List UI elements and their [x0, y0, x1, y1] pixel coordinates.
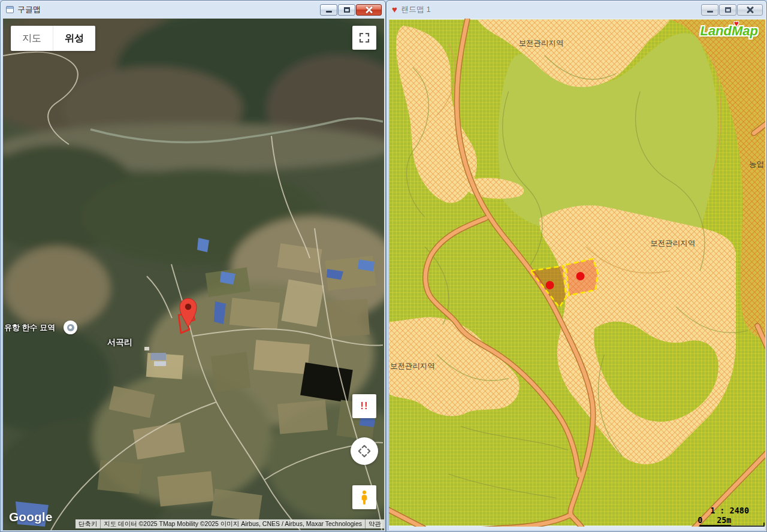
- map-type-control: 지도 위성: [11, 26, 95, 51]
- app-icon: [6, 6, 14, 13]
- googlemap-window: 구글맵: [0, 0, 386, 532]
- window-title: 구글맵: [17, 4, 41, 15]
- poi-icon[interactable]: [64, 321, 77, 334]
- zone-label-bottom-left: 보전관리지역: [390, 362, 435, 370]
- alert-icon: !!: [360, 400, 368, 412]
- fullscreen-button[interactable]: [352, 26, 376, 50]
- maximize-button[interactable]: [719, 4, 736, 16]
- close-button[interactable]: [356, 4, 382, 16]
- minimize-icon: [326, 11, 332, 13]
- pan-control-button[interactable]: [351, 437, 378, 465]
- landmap-app-icon: ♥: [392, 6, 397, 13]
- zone-label-top: 보전관리지역: [519, 39, 564, 47]
- village-label: 서곡리: [107, 337, 132, 348]
- memorial-label[interactable]: 유항 한수 묘역: [4, 322, 55, 333]
- googlemap-titlebar[interactable]: 구글맵: [1, 1, 385, 19]
- minimize-button[interactable]: [320, 4, 337, 16]
- scale-ratio: 1 : 2480: [710, 506, 749, 515]
- pegman-button[interactable]: [352, 485, 376, 509]
- scale-start: 0: [697, 515, 702, 525]
- maximize-button[interactable]: [338, 4, 355, 16]
- zone-label-right-edge: 농업: [749, 160, 764, 168]
- zone-label-middle: 보전관리지역: [650, 239, 695, 247]
- map-data-text: 지도 데이터 ©2025 TMap Mobility ©2025 이미지 Air…: [100, 519, 365, 528]
- pan-arrows-icon: [357, 443, 372, 459]
- scale-distance: 25m: [717, 515, 731, 525]
- close-icon: [366, 6, 373, 13]
- pegman-icon: [358, 489, 371, 505]
- maximize-icon: [344, 7, 350, 13]
- satellite-imagery: [3, 19, 384, 530]
- landmap-logo: LandMap ♥: [700, 23, 758, 39]
- client-margin: [389, 527, 765, 530]
- zoning-map-canvas: 보전관리지역 보전관리지역 보전관리지역 농업 1 : 2480 0 25m: [389, 19, 765, 527]
- landmap-titlebar[interactable]: ♥ 랜드맵 1: [386, 1, 766, 19]
- fullscreen-icon: [359, 32, 370, 43]
- close-icon: [747, 6, 754, 13]
- minimize-button[interactable]: [701, 4, 718, 16]
- google-logo[interactable]: Google: [9, 510, 52, 524]
- alert-button[interactable]: !!: [352, 394, 376, 418]
- heart-icon: ♥: [734, 19, 739, 28]
- terms-link[interactable]: 약관: [365, 519, 384, 528]
- map-view-button[interactable]: 지도: [11, 26, 53, 51]
- maximize-icon: [725, 7, 731, 13]
- minimize-icon: [707, 11, 713, 13]
- landmap-window: ♥ 랜드맵 1: [386, 0, 767, 532]
- window-title: 랜드맵 1: [401, 4, 431, 15]
- close-button[interactable]: [737, 4, 763, 16]
- zoning-map[interactable]: 보전관리지역 보전관리지역 보전관리지역 농업 1 : 2480 0 25m L…: [389, 19, 765, 530]
- parcel-dot-right: [576, 272, 585, 280]
- satellite-map[interactable]: 지도 위성 !!: [3, 19, 384, 530]
- landmap-client: 보전관리지역 보전관리지역 보전관리지역 농업 1 : 2480 0 25m L…: [389, 19, 765, 530]
- attribution-bar: 단축키 지도 데이터 ©2025 TMap Mobility ©2025 이미지…: [76, 519, 384, 528]
- shortcuts-link[interactable]: 단축키: [76, 519, 101, 528]
- parcel-dot-left: [546, 281, 554, 289]
- googlemap-client: 지도 위성 !!: [3, 19, 384, 530]
- satellite-view-button[interactable]: 위성: [53, 26, 95, 51]
